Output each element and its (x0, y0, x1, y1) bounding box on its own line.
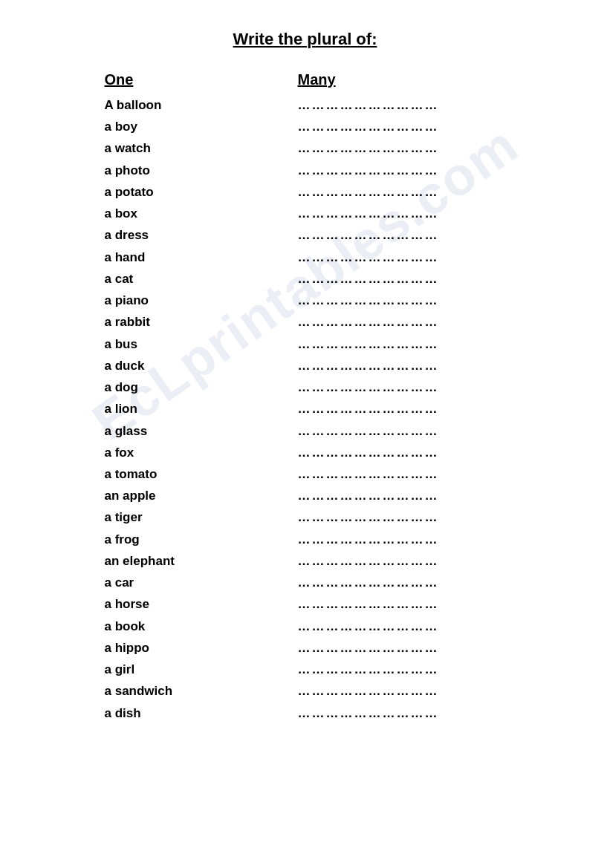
dots-item: ………………………… (298, 160, 580, 181)
word-item: a hand (105, 247, 298, 268)
word-item: a watch (105, 137, 298, 159)
dots-item: ………………………… (298, 203, 580, 224)
word-item: a car (105, 572, 298, 593)
dots-item: ………………………… (298, 355, 580, 376)
word-item: a girl (105, 659, 298, 680)
dots-item: ………………………… (298, 116, 580, 137)
word-item: an apple (105, 485, 298, 506)
word-item: a sandwich (105, 680, 298, 702)
page-title: Write the plural of: (30, 30, 580, 49)
word-item: a potato (105, 181, 298, 203)
word-item: a fox (105, 442, 298, 463)
word-item: a duck (105, 355, 298, 376)
header-one: One (105, 71, 298, 88)
dots-item: ………………………… (298, 247, 580, 268)
content: Write the plural of: One A balloona boya… (30, 30, 580, 724)
word-item: a lion (105, 398, 298, 420)
word-item: a bus (105, 333, 298, 355)
word-item: a rabbit (105, 311, 298, 333)
dots-item: ………………………… (298, 659, 580, 680)
dots-item: ………………………… (298, 290, 580, 311)
word-item: a box (105, 203, 298, 224)
dots-item: ………………………… (298, 181, 580, 203)
dots-item: ………………………… (298, 268, 580, 290)
dots-item: ………………………… (298, 616, 580, 637)
word-item: a book (105, 616, 298, 637)
word-item: a piano (105, 290, 298, 311)
dots-item: ………………………… (298, 702, 580, 724)
dots-item: ………………………… (298, 550, 580, 572)
word-item: an elephant (105, 550, 298, 572)
word-item: a cat (105, 268, 298, 290)
columns-layout: One A balloona boya watcha photoa potato… (30, 71, 580, 724)
header-many: Many (298, 71, 580, 88)
dots-item: ………………………… (298, 333, 580, 355)
dots-item: ………………………… (298, 224, 580, 246)
word-item: a tomato (105, 463, 298, 485)
dots-item: ………………………… (298, 463, 580, 485)
dots-item: ………………………… (298, 506, 580, 528)
dots-item: ………………………… (298, 529, 580, 550)
dots-item: ………………………… (298, 376, 580, 398)
dots-item: ………………………… (298, 572, 580, 593)
word-item: a dress (105, 224, 298, 246)
word-item: a horse (105, 593, 298, 615)
word-item: a tiger (105, 506, 298, 528)
dots-item: ………………………… (298, 680, 580, 702)
word-item: a photo (105, 160, 298, 181)
column-one: One A balloona boya watcha photoa potato… (105, 71, 298, 724)
dots-item: ………………………… (298, 485, 580, 506)
dots-item: ………………………… (298, 637, 580, 659)
word-item: A balloon (105, 94, 298, 116)
dots-item: ………………………… (298, 442, 580, 463)
dots-item: ………………………… (298, 398, 580, 420)
word-item: a hippo (105, 637, 298, 659)
word-item: a boy (105, 116, 298, 137)
dots-item: ………………………… (298, 137, 580, 159)
word-item: a dog (105, 376, 298, 398)
dots-item: ………………………… (298, 94, 580, 116)
dots-item: ………………………… (298, 311, 580, 333)
word-item: a dish (105, 702, 298, 724)
column-many: Many ……………………………………………………………………………………………… (298, 71, 580, 724)
page-container: EcLprintables.com Write the plural of: O… (30, 30, 580, 838)
word-item: a glass (105, 420, 298, 442)
dots-item: ………………………… (298, 420, 580, 442)
dots-item: ………………………… (298, 593, 580, 615)
word-item: a frog (105, 529, 298, 550)
